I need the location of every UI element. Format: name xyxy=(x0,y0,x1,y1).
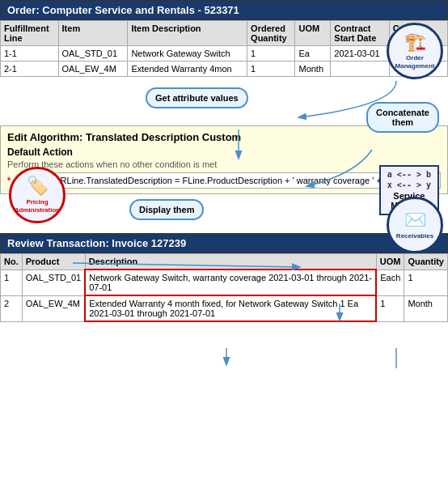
main-content: Order: Computer Service and Rentals - 52… xyxy=(0,0,448,322)
review-description: Network Gateway Switch, warranty coverag… xyxy=(85,270,376,295)
concatenate-bubble: Concatenatethem xyxy=(366,102,439,133)
review-qty: Month xyxy=(404,295,448,321)
cell-qty: 1 xyxy=(247,62,295,77)
pricing-admin-icon: 🏷️ PricingAdministration xyxy=(9,167,66,223)
col-fulfillment: FulfillmentLine xyxy=(1,21,59,46)
review-uom: 1 xyxy=(376,295,404,321)
review-no: 2 xyxy=(1,295,23,321)
order-table: FulfillmentLine Item Item Description Or… xyxy=(0,20,448,77)
cell-start xyxy=(331,62,389,77)
col-ordered-qty: OrderedQuantity xyxy=(247,21,295,46)
cell-item: OAL_EW_4M xyxy=(58,62,128,77)
cell-item-desc: Network Gateway Switch xyxy=(128,46,247,62)
table-row: 1-1 OAL_STD_01 Network Gateway Switch 1 … xyxy=(1,46,448,62)
order-management-circle: 🏗️ OrderManagement xyxy=(387,23,443,79)
actions-row: * Actions ARLine.TranslatedDescription =… xyxy=(7,172,441,189)
review-table: No. Product Description UOM Quantity 1 O… xyxy=(0,253,448,322)
pricing-admin-circle: 🏷️ PricingAdministration xyxy=(9,167,66,223)
cell-qty: 1 xyxy=(247,46,295,62)
col-item: Item xyxy=(58,21,128,46)
mapping-line1: a <-- > b xyxy=(387,170,431,179)
table-row: 2-1 OAL_EW_4M Extended Warranty 4mon 1 M… xyxy=(1,62,448,77)
review-col-product: Product xyxy=(22,254,85,270)
review-section: Display them ✉️ Receivables Review Trans… xyxy=(0,233,448,322)
order-management-icon: 🏗️ OrderManagement xyxy=(387,23,443,79)
get-attr-bubble: Get attribute values xyxy=(146,87,248,108)
default-action-title: Default Action xyxy=(7,146,441,158)
col-item-desc: Item Description xyxy=(128,21,247,46)
edit-algo-title: Edit Algorithm: Translated Description C… xyxy=(7,131,441,143)
review-product: OAL_STD_01 xyxy=(22,270,85,295)
order-management-label: OrderManagement xyxy=(395,54,435,70)
review-col-qty: Quantity xyxy=(404,254,448,270)
review-product: OAL_EW_4M xyxy=(22,295,85,321)
review-col-description: Description xyxy=(85,254,376,270)
default-action-desc: Perform these actions when no other cond… xyxy=(7,159,441,169)
order-section: Order: Computer Service and Rentals - 52… xyxy=(0,0,448,77)
review-uom: Each xyxy=(376,270,404,295)
pricing-admin-label: PricingAdministration xyxy=(15,198,60,214)
cell-uom: Ea xyxy=(295,46,331,62)
edit-algo-section: Edit Algorithm: Translated Description C… xyxy=(0,125,448,194)
mapping-line2: x <-- > y xyxy=(387,180,431,189)
review-title: Review Transaction: Invoice 127239 xyxy=(0,233,448,253)
receivables-icon: ✉️ Receivables xyxy=(387,197,443,253)
review-description: Extended Warranty 4 month fixed, for Net… xyxy=(85,295,376,321)
table-row: 2 OAL_EW_4M Extended Warranty 4 month fi… xyxy=(1,295,448,321)
cell-fulfillment: 2-1 xyxy=(1,62,59,77)
cell-uom: Month xyxy=(295,62,331,77)
cell-item: OAL_STD_01 xyxy=(58,46,128,62)
cell-start: 2021-03-01 xyxy=(331,46,389,62)
review-col-no: No. xyxy=(1,254,23,270)
cell-item-desc: Extended Warranty 4mon xyxy=(128,62,247,77)
receivables-circle: ✉️ Receivables xyxy=(387,197,443,253)
display-bubble: Display them xyxy=(129,199,204,220)
review-col-uom: UOM xyxy=(376,254,404,270)
review-qty: 1 xyxy=(404,270,448,295)
receivables-label: Receivables xyxy=(396,232,433,240)
table-row: 1 OAL_STD_01 Network Gateway Switch, war… xyxy=(1,270,448,295)
col-uom: UOM xyxy=(295,21,331,46)
cell-fulfillment: 1-1 xyxy=(1,46,59,62)
review-no: 1 xyxy=(1,270,23,295)
col-contract-start: ContractStart Date xyxy=(331,21,389,46)
order-title: Order: Computer Service and Rentals - 52… xyxy=(0,0,448,20)
